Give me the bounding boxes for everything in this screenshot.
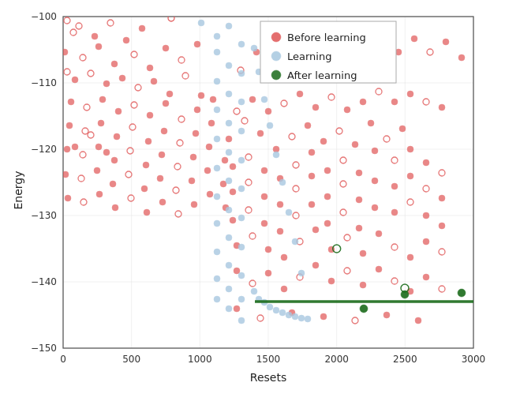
svg-point-80 <box>204 167 211 174</box>
svg-point-117 <box>372 148 378 154</box>
svg-point-239 <box>214 296 220 302</box>
svg-point-275 <box>458 289 466 297</box>
y-tick-110: −110 <box>31 77 57 88</box>
svg-point-143 <box>407 173 413 179</box>
svg-point-251 <box>238 317 245 324</box>
svg-point-250 <box>238 296 245 302</box>
svg-point-169 <box>281 254 287 261</box>
svg-point-240 <box>226 306 232 312</box>
svg-point-247 <box>238 215 245 221</box>
svg-point-227 <box>214 136 220 142</box>
svg-point-235 <box>214 249 220 255</box>
svg-point-230 <box>226 178 232 184</box>
svg-point-146 <box>391 209 398 216</box>
svg-point-255 <box>267 304 273 310</box>
svg-point-101 <box>305 122 311 129</box>
svg-point-96 <box>226 136 232 142</box>
svg-point-249 <box>238 272 245 279</box>
svg-point-199 <box>383 312 390 318</box>
svg-point-133 <box>309 201 315 208</box>
svg-point-114 <box>324 167 331 174</box>
svg-point-124 <box>324 193 331 200</box>
svg-point-53 <box>114 133 120 140</box>
svg-point-62 <box>95 144 102 150</box>
svg-point-237 <box>214 276 220 282</box>
x-tick-500: 500 <box>122 354 140 365</box>
svg-point-171 <box>312 227 319 233</box>
svg-point-45 <box>147 112 153 118</box>
svg-point-220 <box>226 23 232 29</box>
svg-point-33 <box>103 81 110 87</box>
svg-point-246 <box>238 186 245 192</box>
svg-point-233 <box>214 220 220 227</box>
svg-point-130 <box>261 220 267 227</box>
svg-point-182 <box>265 270 271 276</box>
svg-point-221 <box>214 49 220 55</box>
svg-point-107 <box>399 126 406 132</box>
svg-point-69 <box>206 144 212 150</box>
svg-point-49 <box>210 96 216 103</box>
svg-point-155 <box>312 104 319 111</box>
y-tick-140: −140 <box>31 276 57 287</box>
legend-learning-label: Learning <box>287 51 331 62</box>
svg-point-269 <box>292 238 298 245</box>
svg-point-238 <box>226 286 232 292</box>
svg-point-262 <box>251 45 257 51</box>
svg-point-63 <box>111 157 118 163</box>
svg-point-175 <box>376 231 382 237</box>
svg-point-110 <box>261 167 267 174</box>
svg-point-202 <box>139 25 145 32</box>
svg-point-79 <box>189 178 195 184</box>
svg-point-278 <box>271 32 281 42</box>
svg-point-123 <box>309 173 315 179</box>
legend-after-label: After learning <box>287 69 357 81</box>
svg-point-27 <box>147 65 153 71</box>
svg-point-139 <box>407 146 413 152</box>
svg-point-140 <box>423 159 429 166</box>
svg-point-261 <box>305 316 311 322</box>
svg-point-234 <box>226 234 232 241</box>
y-tick-150: −150 <box>31 343 57 354</box>
svg-point-31 <box>72 77 78 83</box>
svg-point-189 <box>376 266 382 272</box>
svg-point-82 <box>65 195 71 201</box>
svg-point-66 <box>159 152 165 158</box>
svg-point-264 <box>261 96 267 103</box>
svg-point-120 <box>261 193 267 200</box>
x-tick-2000: 2000 <box>324 354 349 365</box>
svg-point-148 <box>423 212 429 219</box>
svg-point-116 <box>356 170 362 176</box>
svg-point-102 <box>320 138 327 144</box>
svg-point-177 <box>407 254 413 261</box>
svg-point-267 <box>279 179 286 186</box>
svg-point-260 <box>298 315 305 321</box>
svg-point-68 <box>190 154 196 160</box>
svg-point-185 <box>312 262 319 268</box>
svg-point-60 <box>64 146 70 152</box>
svg-point-85 <box>112 204 118 211</box>
svg-point-158 <box>360 99 366 105</box>
svg-point-126 <box>356 197 362 203</box>
svg-point-71 <box>62 171 69 178</box>
svg-point-40 <box>68 99 74 105</box>
svg-point-225 <box>214 107 220 113</box>
svg-point-118 <box>230 189 236 195</box>
svg-point-228 <box>226 149 232 156</box>
svg-point-25 <box>111 61 118 67</box>
svg-point-194 <box>234 306 240 312</box>
svg-point-87 <box>144 209 150 216</box>
svg-point-108 <box>230 163 236 170</box>
svg-point-217 <box>458 54 465 61</box>
svg-point-218 <box>198 20 204 26</box>
svg-point-59 <box>208 120 215 126</box>
svg-point-226 <box>226 120 232 126</box>
x-tick-1500: 1500 <box>256 354 281 365</box>
svg-point-270 <box>298 270 305 276</box>
svg-point-24 <box>95 43 102 50</box>
svg-point-152 <box>265 108 271 114</box>
svg-point-248 <box>238 244 245 250</box>
svg-point-224 <box>226 91 232 97</box>
svg-point-219 <box>214 33 220 39</box>
svg-point-21 <box>123 37 129 43</box>
svg-point-163 <box>439 104 445 111</box>
